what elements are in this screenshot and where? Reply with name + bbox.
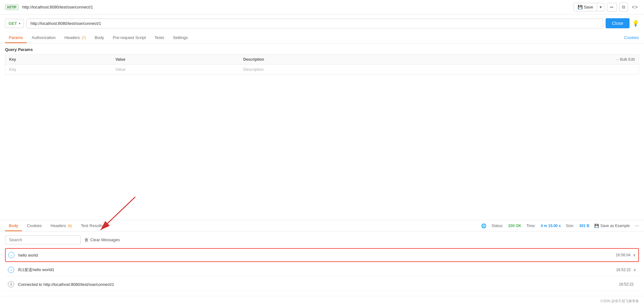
save-btn-group: 💾 Save ▾ bbox=[574, 3, 605, 11]
tab-settings[interactable]: Settings bbox=[169, 32, 192, 43]
size-label: Size: bbox=[566, 224, 574, 228]
message-text: Connected to http://localhost:8080/test/… bbox=[18, 282, 619, 287]
response-tab-body[interactable]: Body bbox=[5, 220, 22, 231]
lightbulb-button[interactable]: 💡 bbox=[632, 20, 639, 27]
url-input[interactable] bbox=[26, 19, 603, 28]
save-button[interactable]: 💾 Save bbox=[574, 3, 597, 11]
response-tab-headers[interactable]: Headers (8) bbox=[47, 220, 76, 231]
params-table: Key Value Description ··· Bulk Edit bbox=[5, 54, 639, 75]
response-meta: 🌐 Status: 200 OK Time: 4 m 15.00 s Size:… bbox=[481, 223, 639, 229]
bulk-edit-button[interactable]: ··· Bulk Edit bbox=[616, 57, 635, 62]
time-value: 4 m 15.00 s bbox=[540, 224, 561, 228]
method-text: GET bbox=[8, 21, 17, 26]
tab-tests[interactable]: Tests bbox=[151, 32, 168, 43]
tab-authorization[interactable]: Authorization bbox=[28, 32, 59, 43]
tab-pre-request[interactable]: Pre-request Script bbox=[109, 32, 150, 43]
method-selector[interactable]: GET ▾ bbox=[5, 19, 24, 28]
message-time: 16:56:04 bbox=[616, 253, 630, 257]
response-tab-cookies[interactable]: Cookies bbox=[23, 220, 46, 231]
message-text: hello world bbox=[18, 253, 616, 258]
expand-icon[interactable]: ∨ bbox=[633, 268, 636, 272]
col-value: Value bbox=[112, 55, 239, 64]
ellipsis-icon: ··· bbox=[616, 57, 619, 62]
save-dropdown-button[interactable]: ▾ bbox=[597, 3, 604, 11]
edit-button[interactable]: ✏ bbox=[607, 3, 617, 12]
status-value: 200 OK bbox=[508, 224, 521, 228]
globe-icon: 🌐 bbox=[481, 223, 486, 228]
message-time: 16:52:22 bbox=[616, 268, 631, 272]
copy-button[interactable]: ⧉ bbox=[619, 3, 628, 12]
key-cell[interactable]: Key bbox=[5, 64, 112, 75]
http-badge: HTTP bbox=[5, 4, 19, 10]
top-actions: 💾 Save ▾ ✏ ⧉ <> bbox=[574, 3, 639, 12]
response-section: Body Cookies Headers (8) Test Results 🌐 … bbox=[0, 220, 644, 296]
size-value: 301 B bbox=[579, 224, 589, 228]
col-description: Description bbox=[239, 55, 444, 64]
save-icon: 💾 bbox=[578, 5, 583, 9]
download-icon: ↓ bbox=[8, 267, 14, 273]
response-tab-results[interactable]: Test Results bbox=[77, 220, 107, 231]
clear-messages-button[interactable]: 🗑 Clear Messages bbox=[84, 237, 120, 242]
request-tabs: Params Authorization Headers (7) Body Pr… bbox=[0, 32, 644, 43]
table-row: Key Value Description bbox=[5, 64, 639, 75]
message-row[interactable]: ↓ hello world 16:56:04 ∨ bbox=[5, 248, 639, 262]
search-clear-bar: 🗑 Clear Messages bbox=[5, 235, 639, 244]
expand-icon[interactable]: ∨ bbox=[633, 253, 636, 257]
messages-area: 🗑 Clear Messages ↓ hello world 16:56:04 … bbox=[0, 231, 644, 296]
tab-body-request[interactable]: Body bbox=[91, 32, 108, 43]
section-label: Query Params bbox=[0, 43, 644, 54]
tab-headers[interactable]: Headers (7) bbox=[61, 32, 90, 43]
trash-icon: 🗑 bbox=[84, 237, 88, 242]
url-bar: GET ▾ Close 💡 bbox=[0, 14, 644, 32]
tab-params[interactable]: Params bbox=[5, 32, 27, 43]
footer-text: CSDN @谁不想飞舞青春 bbox=[601, 299, 639, 303]
response-headers-badge: (8) bbox=[68, 224, 72, 228]
time-label: Time: bbox=[526, 224, 536, 228]
col-key: Key bbox=[5, 55, 112, 64]
more-options-button[interactable]: ··· bbox=[635, 223, 639, 229]
params-section: Query Params Key Value Description ··· bbox=[0, 43, 644, 75]
status-label: Status: bbox=[491, 224, 503, 228]
close-button[interactable]: Close bbox=[606, 18, 630, 28]
search-input[interactable] bbox=[5, 235, 81, 244]
message-row: ℹ Connected to http://localhost:8080/tes… bbox=[5, 278, 639, 291]
desc-cell[interactable]: Description bbox=[239, 64, 444, 75]
cookies-link[interactable]: Cookies bbox=[624, 35, 639, 40]
footer: CSDN @谁不想飞舞青春 bbox=[0, 296, 644, 306]
divider-area bbox=[0, 75, 644, 220]
save-example-icon: 💾 bbox=[594, 224, 599, 228]
value-cell[interactable]: Value bbox=[112, 64, 239, 75]
chevron-down-icon: ▾ bbox=[19, 22, 20, 25]
col-bulk: ··· Bulk Edit bbox=[444, 55, 639, 64]
top-url: http://localhost:8080/test/sse/connect/1 bbox=[22, 5, 570, 9]
message-time: 16:52:22 bbox=[619, 282, 634, 287]
message-row[interactable]: ↓ 向1发送hello world1 16:52:22 ∨ bbox=[5, 263, 639, 276]
info-icon: ℹ bbox=[8, 281, 14, 287]
message-text: 向1发送hello world1 bbox=[18, 267, 616, 273]
response-tabs: Body Cookies Headers (8) Test Results 🌐 … bbox=[0, 220, 644, 231]
save-example-button[interactable]: 💾 Save as Example bbox=[594, 224, 630, 228]
action-cell bbox=[444, 64, 639, 75]
headers-badge: (7) bbox=[81, 36, 86, 40]
code-button[interactable]: <> bbox=[630, 3, 639, 11]
download-icon: ↓ bbox=[8, 252, 14, 258]
top-bar: HTTP http://localhost:8080/test/sse/conn… bbox=[0, 0, 644, 14]
